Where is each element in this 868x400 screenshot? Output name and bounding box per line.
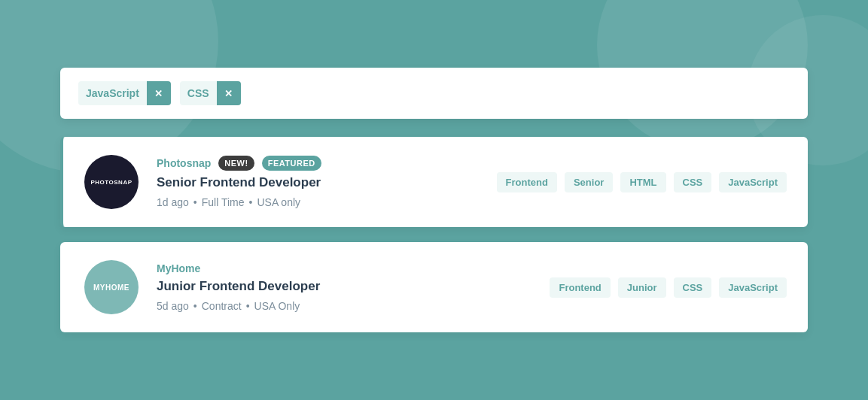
job-tag-html-job-1[interactable]: HTML xyxy=(620,172,665,192)
dot-2-job-1: • xyxy=(249,196,253,208)
job-tag-junior-job-2[interactable]: Junior xyxy=(618,277,666,298)
job-type-job-2: Contract xyxy=(202,300,242,312)
job-meta-top-job-1: PhotosnapNEW!FEATURED xyxy=(157,156,497,171)
company-name-job-2: MyHome xyxy=(157,262,200,274)
job-location-job-2: USA Only xyxy=(254,300,300,312)
filter-tag-css: CSS✕ xyxy=(180,81,241,105)
company-name-job-1: Photosnap xyxy=(157,157,211,169)
dot-2-job-2: • xyxy=(246,300,250,312)
job-posted-job-1: 1d ago xyxy=(157,196,189,208)
job-card-job-2: MYHOMEMyHomeJunior Frontend Developer5d … xyxy=(60,242,808,332)
company-logo-job-2: MYHOME xyxy=(84,260,139,314)
dot-1-job-2: • xyxy=(193,300,197,312)
job-list: PHOTOSNAPPhotosnapNEW!FEATUREDSenior Fro… xyxy=(60,137,808,332)
filter-tag-javascript: JavaScript✕ xyxy=(78,81,171,105)
job-title-job-2[interactable]: Junior Frontend Developer xyxy=(157,279,550,294)
job-info-job-1: PhotosnapNEW!FEATUREDSenior Frontend Dev… xyxy=(157,156,497,208)
filter-tag-remove-javascript[interactable]: ✕ xyxy=(147,81,171,105)
job-tags-job-1: FrontendSeniorHTMLCSSJavaScript xyxy=(497,172,787,192)
job-details-job-1: 1d ago•Full Time•USA only xyxy=(157,196,497,208)
job-location-job-1: USA only xyxy=(257,196,300,208)
job-tag-javascript-job-2[interactable]: JavaScript xyxy=(719,277,787,298)
job-card-job-1: PHOTOSNAPPhotosnapNEW!FEATUREDSenior Fro… xyxy=(60,137,808,227)
job-tags-job-2: FrontendJuniorCSSJavaScript xyxy=(550,277,787,298)
job-title-job-1[interactable]: Senior Frontend Developer xyxy=(157,175,497,190)
filter-tag-remove-css[interactable]: ✕ xyxy=(217,81,241,105)
job-meta-top-job-2: MyHome xyxy=(157,262,550,274)
badge-featured-job-1: FEATURED xyxy=(262,156,321,171)
filter-tags: JavaScript✕CSS✕ xyxy=(78,81,241,105)
job-tag-senior-job-1[interactable]: Senior xyxy=(565,172,613,192)
job-tag-css-job-1[interactable]: CSS xyxy=(674,172,712,192)
page-container: JavaScript✕CSS✕ PHOTOSNAPPhotosnapNEW!FE… xyxy=(0,0,868,370)
job-details-job-2: 5d ago•Contract•USA Only xyxy=(157,300,550,312)
job-tag-frontend-job-2[interactable]: Frontend xyxy=(550,277,610,298)
job-posted-job-2: 5d ago xyxy=(157,300,189,312)
job-type-job-1: Full Time xyxy=(202,196,245,208)
filter-tag-label-css: CSS xyxy=(180,87,217,99)
filter-tag-label-javascript: JavaScript xyxy=(78,87,147,99)
job-tag-javascript-job-1[interactable]: JavaScript xyxy=(719,172,787,192)
badge-new-job-1: NEW! xyxy=(218,156,254,171)
job-tag-frontend-job-1[interactable]: Frontend xyxy=(497,172,557,192)
filter-bar: JavaScript✕CSS✕ xyxy=(60,68,808,119)
company-logo-job-1: PHOTOSNAP xyxy=(84,155,139,209)
job-tag-css-job-2[interactable]: CSS xyxy=(674,277,712,298)
dot-1-job-1: • xyxy=(193,196,197,208)
job-info-job-2: MyHomeJunior Frontend Developer5d ago•Co… xyxy=(157,262,550,312)
